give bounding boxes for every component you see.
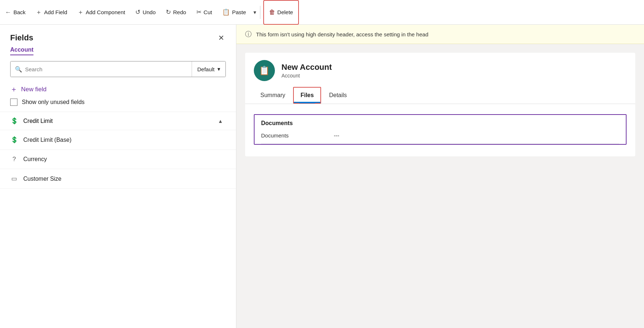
back-label: Back xyxy=(13,9,25,15)
field-label-customer-size: Customer Size xyxy=(23,176,61,182)
currency-icon-2: 💲 xyxy=(10,136,18,144)
cut-icon: ✂ xyxy=(196,8,201,16)
documents-section: Documents Documents --- xyxy=(254,114,627,145)
show-unused-row: Show only unused fields xyxy=(0,99,236,112)
plus-icon: ＋ xyxy=(36,8,42,16)
redo-icon: ↻ xyxy=(166,8,171,16)
undo-button[interactable]: ↺ Undo xyxy=(130,0,161,25)
paste-label: Paste xyxy=(232,9,246,15)
paste-button[interactable]: 📋 Paste xyxy=(217,0,251,25)
new-field-plus-icon: ＋ xyxy=(10,84,17,94)
delete-button[interactable]: 🗑 Delete xyxy=(263,0,299,25)
paste-dropdown-button[interactable]: ▾ xyxy=(251,0,259,25)
form-card: 📋 New Account Account Summary Files xyxy=(245,53,635,156)
question-icon: ? xyxy=(10,156,18,163)
tab-summary-label: Summary xyxy=(260,92,285,98)
close-icon: ✕ xyxy=(218,34,224,42)
show-unused-label: Show only unused fields xyxy=(22,99,85,105)
add-field-button[interactable]: ＋ Add Field xyxy=(31,0,72,25)
tabs-row: Summary Files Details xyxy=(245,87,635,104)
tab-details[interactable]: Details xyxy=(323,88,353,103)
add-field-label: Add Field xyxy=(44,9,67,15)
sidebar-title: Fields xyxy=(10,33,33,43)
field-label-credit-limit-base: Credit Limit (Base) xyxy=(23,137,71,143)
sidebar-search-row: 🔍 Default ▾ xyxy=(0,55,236,77)
tab-files[interactable]: Files xyxy=(293,87,321,104)
sidebar-tab-row: Account xyxy=(0,44,236,55)
account-name: New Account xyxy=(281,63,332,72)
field-item-credit-limit[interactable]: 💲 Credit Limit ▲ xyxy=(0,112,236,130)
form-area: 📋 New Account Account Summary Files xyxy=(236,44,644,328)
main-layout: Fields ✕ Account 🔍 Default ▾ ＋ xyxy=(0,25,644,328)
tab-files-label: Files xyxy=(300,92,313,98)
sidebar-close-button[interactable]: ✕ xyxy=(217,32,226,44)
new-field-row[interactable]: ＋ New field xyxy=(0,77,236,99)
tab-summary[interactable]: Summary xyxy=(254,88,292,103)
cut-button[interactable]: ✂ Cut xyxy=(191,0,217,25)
documents-row: Documents --- xyxy=(255,129,626,144)
back-button[interactable]: ← Back xyxy=(3,0,31,25)
field-item-currency[interactable]: ? Currency xyxy=(0,150,236,169)
new-field-label: New field xyxy=(21,86,47,93)
info-icon: ⓘ xyxy=(245,30,252,39)
avatar-icon: 📋 xyxy=(259,65,270,76)
fields-list: 💲 Credit Limit ▲ 💲 Credit Limit (Base) ?… xyxy=(0,112,236,328)
form-header: 📋 New Account Account xyxy=(245,53,635,87)
tab-content: Documents Documents --- xyxy=(245,104,635,156)
doc-divider xyxy=(261,144,619,144)
sidebar-tab-account[interactable]: Account xyxy=(10,47,33,55)
redo-label: Redo xyxy=(173,9,186,15)
redo-button[interactable]: ↻ Redo xyxy=(161,0,191,25)
add-component-label: Add Component xyxy=(86,9,125,15)
undo-icon: ↺ xyxy=(135,8,140,16)
toolbar-divider xyxy=(260,6,260,19)
doc-value: --- xyxy=(334,132,339,139)
search-input[interactable] xyxy=(25,66,187,72)
trash-icon: 🗑 xyxy=(269,9,275,16)
account-type: Account xyxy=(281,73,332,79)
rectangle-icon: ▭ xyxy=(10,175,18,183)
form-header-text: New Account Account xyxy=(281,63,332,79)
info-banner: ⓘ This form isn't using high density hea… xyxy=(236,25,644,44)
chevron-down-icon: ▾ xyxy=(253,9,256,16)
field-label-credit-limit: Credit Limit xyxy=(23,118,53,124)
search-icon: 🔍 xyxy=(15,66,22,73)
show-unused-checkbox[interactable] xyxy=(10,99,17,106)
cut-label: Cut xyxy=(204,9,212,15)
content-area: ⓘ This form isn't using high density hea… xyxy=(236,25,644,328)
delete-label: Delete xyxy=(277,9,293,15)
sidebar-header: Fields ✕ xyxy=(0,25,236,44)
doc-label: Documents xyxy=(261,132,334,139)
search-container: 🔍 Default ▾ xyxy=(10,61,226,77)
undo-label: Undo xyxy=(143,9,156,15)
add-component-button[interactable]: ＋ Add Component xyxy=(72,0,130,25)
plus-icon-2: ＋ xyxy=(77,8,84,16)
field-item-customer-size[interactable]: ▭ Customer Size xyxy=(0,169,236,189)
field-label-currency: Currency xyxy=(23,156,47,163)
search-dropdown[interactable]: Default ▾ xyxy=(192,61,225,77)
search-dropdown-label: Default xyxy=(197,66,215,72)
field-item-credit-limit-base[interactable]: 💲 Credit Limit (Base) xyxy=(0,130,236,150)
currency-icon-1: 💲 xyxy=(10,117,18,125)
documents-title: Documents xyxy=(255,115,626,129)
back-icon: ← xyxy=(5,9,11,16)
sidebar: Fields ✕ Account 🔍 Default ▾ ＋ xyxy=(0,25,236,328)
tab-active-underline xyxy=(294,102,320,103)
toolbar: ← Back ＋ Add Field ＋ Add Component ↺ Und… xyxy=(0,0,644,25)
scroll-up-button[interactable]: ▲ xyxy=(215,117,226,125)
tab-details-label: Details xyxy=(329,92,347,98)
avatar: 📋 xyxy=(254,60,275,81)
info-banner-text: This form isn't using high density heade… xyxy=(256,31,428,37)
paste-icon: 📋 xyxy=(222,8,230,16)
search-input-wrap: 🔍 xyxy=(11,61,192,77)
chevron-down-icon-search: ▾ xyxy=(217,66,220,72)
